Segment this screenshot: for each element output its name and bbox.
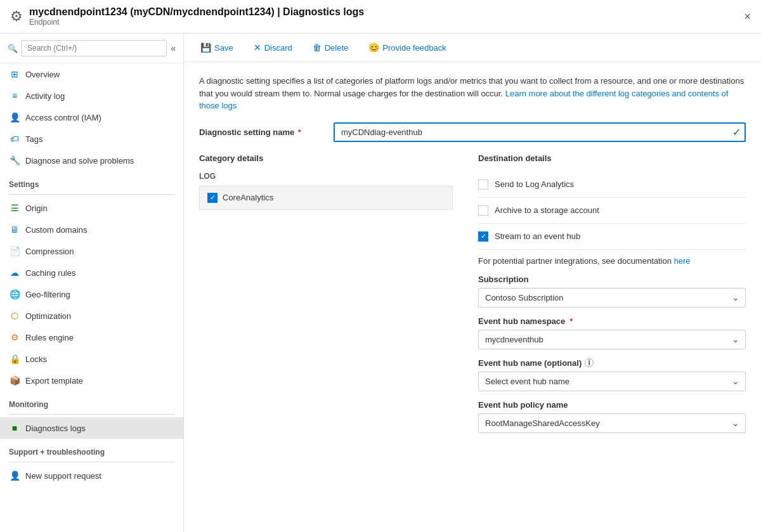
diagnostic-name-input-wrapper: ✓	[334, 122, 746, 142]
sidebar-label-geo-filtering: Geo-filtering	[25, 290, 70, 299]
partner-link[interactable]: here	[674, 256, 691, 266]
partner-info: For potential partner integrations, see …	[478, 250, 746, 275]
destination-section: Destination details Send to Log Analytic…	[478, 153, 746, 442]
sidebar-item-rules-engine[interactable]: ⚙ Rules engine	[0, 327, 183, 348]
settings-divider	[9, 194, 174, 195]
content-area: A diagnostic setting specifies a list of…	[184, 62, 761, 532]
caching-rules-icon: ☁	[9, 267, 20, 278]
sidebar-item-optimization[interactable]: ⬡ Optimization	[0, 305, 183, 327]
dest-storage-account: Archive to a storage account	[478, 198, 746, 224]
feedback-button[interactable]: 😊 Provide feedback	[365, 40, 450, 55]
discard-button[interactable]: ✕ Discard	[250, 40, 296, 55]
event-hub-policy-label: Event hub policy name	[478, 400, 746, 410]
origin-icon: ☰	[9, 202, 20, 214]
monitoring-section-header: Monitoring	[0, 391, 183, 412]
sidebar-item-origin[interactable]: ☰ Origin	[0, 197, 183, 219]
sidebar-item-access-control[interactable]: 👤 Access control (IAM)	[0, 107, 183, 128]
delete-button[interactable]: 🗑 Delete	[309, 40, 353, 55]
sidebar-item-overview[interactable]: ⊞ Overview	[0, 63, 183, 85]
sidebar-label-diagnostics-logs: Diagnostics logs	[25, 424, 86, 433]
event-hub-policy-dropdown-wrapper: RootManageSharedAccessKey	[478, 413, 746, 433]
diagnose-icon: 🔧	[9, 155, 20, 166]
log-analytics-checkbox[interactable]	[478, 179, 488, 190]
export-template-icon: 📦	[9, 375, 20, 386]
activity-log-icon: ≡	[9, 90, 20, 101]
title-text-group: mycdnendpoint1234 (myCDN/mycdnendpoint12…	[29, 6, 744, 27]
diagnostic-name-label: Diagnostic setting name *	[199, 127, 326, 137]
support-divider	[9, 462, 174, 462]
category-section: Category details log ✓ CoreAnalytics	[199, 153, 453, 442]
save-button[interactable]: 💾 Save	[197, 40, 237, 55]
sidebar-label-rules-engine: Rules engine	[25, 333, 74, 342]
log-label: log	[199, 172, 453, 181]
sidebar-label-origin: Origin	[25, 204, 48, 213]
info-icon: i	[585, 358, 594, 367]
access-control-icon: 👤	[9, 112, 20, 123]
collapse-icon[interactable]: «	[171, 43, 176, 53]
dest-log-analytics: Send to Log Analytics	[478, 172, 746, 198]
close-button[interactable]: ×	[744, 10, 751, 23]
overview-icon: ⊞	[9, 68, 20, 80]
sidebar-label-overview: Overview	[25, 70, 60, 79]
sidebar-item-custom-domains[interactable]: 🖥 Custom domains	[0, 219, 183, 240]
sidebar-item-new-support[interactable]: 👤 New support request	[0, 465, 183, 486]
input-check-icon: ✓	[732, 126, 741, 138]
sidebar-item-compression[interactable]: 📄 Compression	[0, 240, 183, 262]
sidebar-label-locks: Locks	[25, 354, 47, 364]
sidebar-item-locks[interactable]: 🔒 Locks	[0, 348, 183, 370]
search-icon: 🔍	[8, 44, 18, 53]
event-hub-label: Stream to an event hub	[495, 231, 580, 241]
main-content: 🔍 « ⊞ Overview ≡ Activity log 👤 Access c…	[0, 34, 761, 532]
compression-icon: 📄	[9, 245, 20, 257]
rules-engine-icon: ⚙	[9, 332, 20, 343]
sidebar-item-export-template[interactable]: 📦 Export template	[0, 370, 183, 391]
sidebar-label-tags: Tags	[25, 134, 42, 144]
event-hub-namespace-dropdown[interactable]: mycdneventhub	[478, 330, 746, 349]
monitoring-divider	[9, 414, 174, 415]
event-hub-name-label: Event hub name (optional) i	[478, 358, 746, 368]
event-hub-policy-dropdown[interactable]: RootManageSharedAccessKey	[478, 413, 746, 433]
subscription-dropdown[interactable]: Contoso Subscription	[478, 288, 746, 308]
sidebar-label-diagnose: Diagnose and solve problems	[25, 156, 134, 165]
two-col-layout: Category details log ✓ CoreAnalytics Des…	[199, 153, 746, 442]
diagnostics-logs-icon: ■	[9, 422, 20, 434]
core-analytics-label: CoreAnalytics	[223, 193, 273, 202]
sidebar-item-geo-filtering[interactable]: 🌐 Geo-filtering	[0, 283, 183, 305]
sidebar-item-caching-rules[interactable]: ☁ Caching rules	[0, 262, 183, 283]
event-hub-name-dropdown[interactable]: Select event hub name	[478, 372, 746, 391]
sidebar-label-optimization: Optimization	[25, 311, 71, 321]
sidebar-item-activity-log[interactable]: ≡ Activity log	[0, 85, 183, 107]
settings-section-header: Settings	[0, 171, 183, 191]
core-analytics-checkbox[interactable]: ✓	[207, 193, 218, 203]
optimization-icon: ⬡	[9, 310, 20, 321]
diagnostic-name-row: Diagnostic setting name * ✓	[199, 122, 746, 142]
sidebar-label-custom-domains: Custom domains	[25, 225, 88, 235]
locks-icon: 🔒	[9, 353, 20, 365]
event-hub-name-group: Event hub name (optional) i Select event…	[478, 358, 746, 391]
event-hub-namespace-group: Event hub namespace * mycdneventhub	[478, 316, 746, 349]
destination-section-title: Destination details	[478, 153, 746, 163]
feedback-icon: 😊	[368, 42, 379, 53]
storage-account-label: Archive to a storage account	[495, 205, 599, 215]
tags-icon: 🏷	[9, 133, 20, 145]
search-input[interactable]	[22, 40, 167, 56]
event-hub-checkbox[interactable]: ✓	[478, 231, 488, 242]
save-icon: 💾	[200, 42, 211, 53]
log-analytics-label: Send to Log Analytics	[495, 179, 574, 189]
sidebar-item-tags[interactable]: 🏷 Tags	[0, 128, 183, 150]
sidebar: 🔍 « ⊞ Overview ≡ Activity log 👤 Access c…	[0, 34, 184, 532]
toolbar: 💾 Save ✕ Discard 🗑 Delete 😊 Provide feed…	[184, 34, 761, 62]
sidebar-label-export-template: Export template	[25, 376, 83, 386]
event-hub-namespace-label: Event hub namespace *	[478, 316, 746, 326]
sidebar-item-diagnostics-logs[interactable]: ■ Diagnostics logs	[0, 417, 183, 439]
right-panel: 💾 Save ✕ Discard 🗑 Delete 😊 Provide feed…	[184, 34, 761, 532]
title-bar: ⚙ mycdnendpoint1234 (myCDN/mycdnendpoint…	[0, 0, 761, 34]
sidebar-item-diagnose[interactable]: 🔧 Diagnose and solve problems	[0, 150, 183, 171]
diagnostic-name-input[interactable]	[334, 122, 746, 142]
subscription-dropdown-wrapper: Contoso Subscription	[478, 288, 746, 308]
custom-domains-icon: 🖥	[9, 224, 20, 235]
storage-account-checkbox[interactable]	[478, 205, 488, 216]
new-support-icon: 👤	[9, 470, 20, 481]
subscription-group: Subscription Contoso Subscription	[478, 275, 746, 308]
subscription-label: Subscription	[478, 275, 746, 284]
